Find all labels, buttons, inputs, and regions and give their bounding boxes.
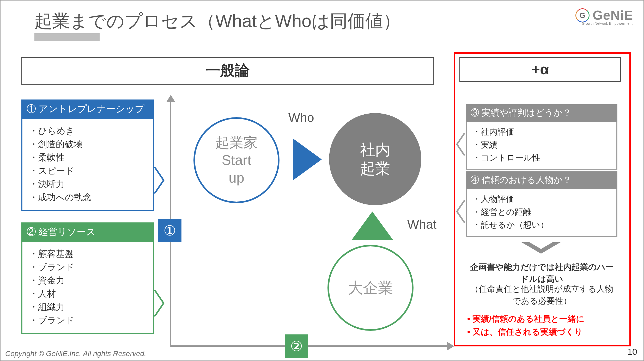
- list-item: ひらめき: [29, 124, 146, 138]
- card-resources: ② 経営リソース 顧客基盤 ブランド 資金力 人材 組織力 ブランド: [21, 222, 154, 334]
- list-item: 創造的破壊: [29, 138, 146, 151]
- card-head: ① アントレプレナーシップ: [21, 99, 154, 119]
- slide: 起業までのプロセス（WhatとWhoは同価値） G GeNiE Growth N…: [0, 0, 644, 361]
- list-item: 顧客基盤: [29, 247, 146, 260]
- list-item: 成功への執念: [29, 191, 146, 204]
- logo-text: GeNiE: [593, 8, 633, 23]
- circle-internal: 社内 起業: [329, 113, 421, 205]
- card-body: 顧客基盤 ブランド 資金力 人材 組織力 ブランド: [21, 242, 154, 334]
- list-item: 実績/信頼のある社員と一緒に: [467, 313, 616, 326]
- card-body: ひらめき 創造的破壊 柔軟性 スピード 決断力 成功への執念: [21, 119, 154, 211]
- card-entrepreneurship: ① アントレプレナーシップ ひらめき 創造的破壊 柔軟性 スピード 決断力 成功…: [21, 99, 154, 211]
- card-head: ② 経営リソース: [21, 222, 154, 242]
- label-what: What: [407, 217, 436, 232]
- title-underline: [34, 33, 100, 41]
- triangle-up-icon: [351, 211, 393, 240]
- section-head-general: 一般論: [21, 57, 434, 85]
- chevron-left-icon: [458, 200, 466, 223]
- list-item: スピード: [29, 164, 146, 177]
- circle-startup: 起業家 Start up: [193, 117, 280, 203]
- list-item: ブランド: [29, 314, 146, 327]
- page-number: 10: [627, 347, 637, 357]
- chevron-down-icon: [521, 242, 561, 255]
- axis-badge-two: ②: [285, 334, 308, 358]
- right-text-sub: （任命責任と他社説明が成立する人物である必要性）: [467, 283, 616, 307]
- circle-label: 社内 起業: [360, 140, 390, 178]
- right-text-main: 企画書や能力だけでは社内起業のハードルは高い: [467, 261, 616, 285]
- triangle-right-icon: [293, 139, 322, 180]
- list-item: 資金力: [29, 274, 146, 287]
- list-item: 又は、信任される実績づくり: [467, 326, 616, 339]
- list-item: 組織力: [29, 300, 146, 314]
- arrow-right-icon: [447, 342, 454, 351]
- section-head-alpha: +α: [459, 57, 621, 82]
- list-item: 託せるか（想い）: [472, 219, 611, 232]
- list-item: コントロール性: [472, 151, 611, 164]
- list-item: 人物評価: [472, 193, 611, 206]
- chevron-left-icon: [458, 133, 466, 156]
- axis-badge-one: ①: [158, 219, 181, 242]
- card-head: ③ 実績や評判はどうか？: [466, 104, 617, 122]
- label-who: Who: [288, 110, 314, 125]
- list-item: 決断力: [29, 177, 146, 191]
- page-title: 起業までのプロセス（WhatとWhoは同価値）: [34, 9, 401, 33]
- list-item: 実績: [472, 139, 611, 152]
- card-body: 人物評価 経営との距離 託せるか（想い）: [466, 189, 617, 237]
- chevron-right-icon: [154, 290, 163, 316]
- axis-horizontal: [170, 345, 447, 347]
- logo-mark-icon: G: [575, 8, 590, 22]
- logo: G GeNiE Growth Network Empowerment: [575, 8, 633, 23]
- chevron-right-icon: [154, 167, 163, 193]
- list-item: 柔軟性: [29, 151, 146, 164]
- card-body: 社内評価 実績 コントロール性: [466, 122, 617, 170]
- circle-label: 起業家 Start up: [215, 134, 258, 187]
- copyright: Copyright © GeNiE,Inc. All rights Reserv…: [5, 350, 146, 358]
- card-head: ④ 信頼のおける人物か？: [466, 171, 617, 189]
- list-item: ブランド: [29, 260, 146, 274]
- red-bullet-list: 実績/信頼のある社員と一緒に 又は、信任される実績づくり: [467, 313, 616, 338]
- list-item: 社内評価: [472, 126, 611, 139]
- list-item: 人材: [29, 287, 146, 300]
- arrow-up-icon: [166, 95, 175, 102]
- card-track-record: ③ 実績や評判はどうか？ 社内評価 実績 コントロール性: [466, 104, 617, 170]
- logo-subtext: Growth Network Empowerment: [582, 21, 633, 26]
- list-item: 経営との距離: [472, 206, 611, 219]
- circle-label: 大企業: [348, 278, 393, 297]
- circle-bigcorp: 大企業: [327, 245, 414, 331]
- card-trustworthy: ④ 信頼のおける人物か？ 人物評価 経営との距離 託せるか（想い）: [466, 171, 617, 237]
